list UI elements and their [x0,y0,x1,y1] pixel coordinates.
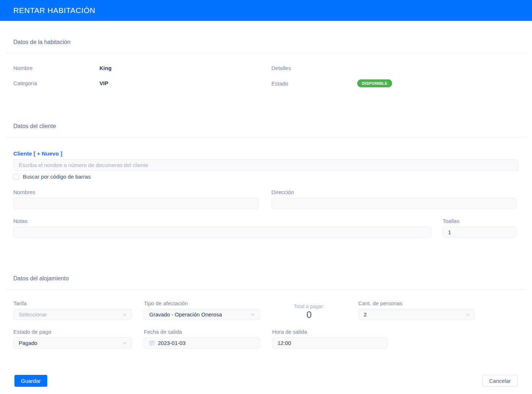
room-status-row: Estado DISPONIBLE [271,79,517,87]
save-button[interactable]: Guardar [14,375,47,387]
notes-input[interactable] [13,227,431,238]
barcode-checkbox[interactable] [13,174,19,180]
client-search-input[interactable] [13,159,519,171]
room-section-title: Datos de la habitación [13,39,519,45]
status-badge: DISPONIBLE [357,79,392,87]
room-section: Datos de la habitación Nombre King Categ… [0,39,532,87]
checkout-date-label: Fecha de salida [144,329,260,335]
names-input[interactable] [13,198,259,209]
notes-label: Notas [13,218,431,224]
payment-status-select[interactable]: Pagado [13,337,132,349]
page-header: RENTAR HABITACIÓN [0,0,532,21]
total-to-pay-label: Total a pagar: [260,303,358,309]
rate-select[interactable]: Seleccionar [13,309,132,320]
total-to-pay: Total a pagar: 0 [260,303,358,320]
checkout-time-label: Hora de salida [272,329,388,335]
form-actions: Guardar Cancelar [14,375,518,387]
cancel-button[interactable]: Cancelar [482,375,518,387]
total-to-pay-value: 0 [260,310,358,320]
towels-label: Toallas [443,218,517,224]
checkout-date-value: 2023-01-03 [158,340,186,346]
checkout-time-value: 12:00 [278,340,291,346]
chevron-down-icon [122,341,127,346]
people-count-label: Cant. de personas [358,300,475,306]
page-title: RENTAR HABITACIÓN [13,6,96,15]
checkout-date-input[interactable]: 2023-01-03 [144,337,260,349]
lodging-section-title: Datos del alojamiento [13,275,519,282]
divider [6,53,526,53]
tax-type-select[interactable]: Gravado - Operación Onerosa [144,309,260,320]
names-label: Nombres [13,189,259,195]
calendar-icon [149,340,155,346]
new-client-link[interactable]: [ + Nuevo ] [34,150,62,157]
towels-input[interactable] [443,227,517,238]
rate-label: Tarifa [13,300,132,306]
room-category-label: Categoría [13,80,99,86]
address-input[interactable] [271,198,517,209]
payment-status-label: Estado de pago [13,329,132,335]
people-count-select[interactable]: 2 [358,309,475,320]
client-section-title: Datos del cliente [13,123,519,130]
room-details-label: Detalles [271,65,357,71]
tax-type-select-value: Gravado - Operación Onerosa [149,311,222,318]
client-section: Datos del cliente Cliente [ + Nuevo ] Bu… [0,123,532,238]
divider [6,289,526,290]
room-name-value: King [99,65,111,71]
lodging-section: Datos del alojamiento Tarifa Seleccionar… [0,275,532,349]
room-category-value: VIP [99,80,108,86]
room-details-row: Detalles [271,64,517,71]
payment-status-select-value: Pagado [19,340,37,346]
tax-type-label: Tipo de afectación [144,300,260,306]
checkout-time-input[interactable]: 12:00 [272,337,388,349]
divider [6,137,526,137]
chevron-down-icon [250,312,255,317]
room-name-row: Nombre King [13,64,271,71]
people-count-select-value: 2 [364,311,367,318]
room-name-label: Nombre [13,65,99,71]
address-label: Dirección [271,189,517,195]
room-category-row: Categoría VIP [13,79,271,87]
barcode-checkbox-label: Buscar por código de barras [23,174,90,180]
chevron-down-icon [122,312,127,317]
rate-select-value: Seleccionar [19,311,47,318]
client-label: Cliente [13,150,32,157]
chevron-down-icon [465,312,470,317]
room-status-label: Estado [271,80,357,87]
